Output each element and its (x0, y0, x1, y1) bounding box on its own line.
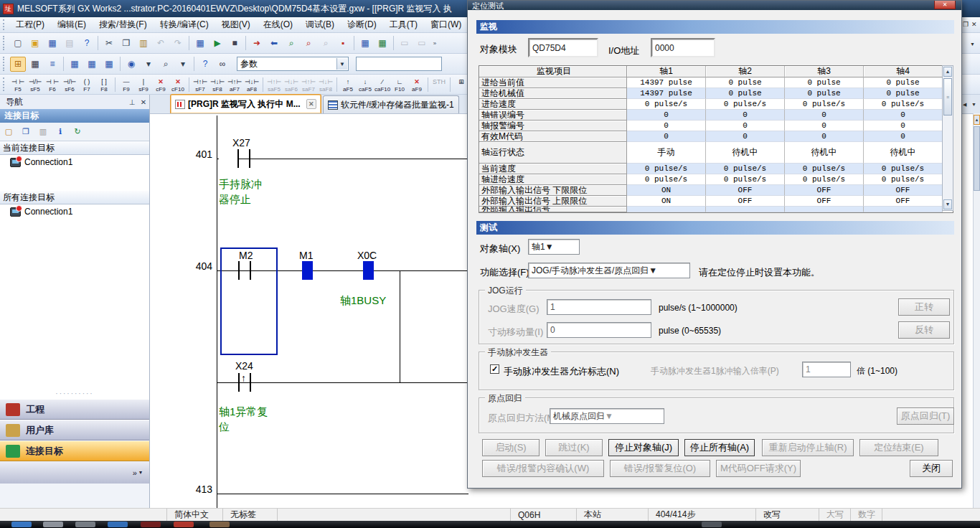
menu-item-4[interactable]: 转换/编译(C) (154, 17, 215, 32)
document-tab-1[interactable]: [PRG]R 监视写入 执行中 M...✕ (170, 94, 321, 113)
ladder-symbol-F9-button[interactable]: —F9 (118, 76, 135, 93)
help-bulb-icon[interactable]: ? (197, 57, 213, 72)
dialog-button-重新启动停止轴(R)[interactable]: 重新启动停止轴(R) (762, 439, 854, 456)
nav-mode-用户库[interactable]: 用户库 (0, 420, 149, 440)
paste-icon[interactable]: ▥ (136, 36, 151, 51)
taskbar-item-1[interactable] (43, 522, 63, 527)
reverse-run-button[interactable]: 反转 (898, 321, 950, 339)
nav-expander[interactable]: » ▾ (0, 461, 149, 484)
verify-dim-icon[interactable]: ⌕ (318, 36, 334, 51)
dialog-button-错误/报警复位(O)[interactable]: 错误/报警复位(O) (610, 460, 710, 477)
write-to-plc-icon[interactable]: ➜ (249, 36, 265, 51)
paste-connection-icon[interactable]: ▥ (36, 126, 50, 138)
device-memory-icon[interactable]: ▦ (374, 36, 390, 51)
dropdown-b-icon[interactable]: ▾ (175, 57, 191, 72)
menu-item-10[interactable]: 窗口(W) (424, 17, 468, 32)
combo-arrow-icon[interactable]: ▼ (605, 411, 613, 421)
chevron-down-icon[interactable]: ▼ (336, 58, 347, 70)
read-from-plc-icon[interactable]: ⬅ (266, 36, 282, 51)
dialog-button-停止所有轴(A)[interactable]: 停止所有轴(A) (684, 439, 755, 456)
dialog-button-定位结束(E)[interactable]: 定位结束(E) (859, 439, 938, 456)
menu-item-8[interactable]: 诊断(D) (341, 17, 383, 32)
ladder-symbol-aF5-button[interactable]: ↑aF5 (339, 76, 357, 93)
find-binocular-icon[interactable]: ∞ (215, 57, 230, 72)
connection-item-current[interactable]: Connection1 (0, 155, 149, 169)
toolbar-overflow-arrow-icon[interactable]: ▼ (970, 42, 975, 47)
device-comment-icon[interactable]: ▦ (357, 36, 373, 51)
secondary-combo[interactable] (356, 57, 442, 71)
ladder-symbol-sF8-button[interactable]: ⊣↓⊢sF8 (209, 76, 226, 93)
start-orb[interactable] (11, 522, 32, 527)
device-monitor-icon[interactable]: ▦ (192, 36, 208, 51)
splitter-grip[interactable]: ·········· (0, 390, 149, 397)
ladder-symbol-F8-button[interactable]: [ ]F8 (95, 76, 113, 93)
ladder-symbol-F6-button[interactable]: ⊣ ⊢F6 (44, 76, 61, 93)
ladder-symbol-sF9-button[interactable]: |sF9 (135, 76, 152, 93)
dialog-button-启动(S)[interactable]: 启动(S) (482, 439, 540, 456)
ladder-symbol-caF5-button[interactable]: ↓caF5 (357, 76, 374, 93)
device-grid-2-icon[interactable]: ▦ (84, 57, 100, 72)
combo-arrow-icon[interactable]: ▼ (545, 242, 554, 252)
mpg-rate-input[interactable]: 1 (802, 362, 851, 377)
device-grid-3-icon[interactable]: ▦ (101, 57, 117, 72)
editor-vertical-scrollbar[interactable]: ▲ (973, 113, 980, 508)
redo-icon[interactable]: ↷ (170, 36, 186, 51)
close-icon[interactable]: ✕ (138, 98, 149, 106)
ladder-symbol-cF9-button[interactable]: ✕cF9 (152, 76, 169, 93)
forward-run-button[interactable]: 正转 (898, 298, 950, 316)
copy-connection-icon[interactable]: ❐ (19, 126, 33, 138)
dialog-button-关闭[interactable]: 关闭 (910, 460, 953, 477)
menu-item-3[interactable]: 搜索/替换(F) (93, 17, 154, 32)
remote-op-icon[interactable]: ▪ (335, 36, 351, 51)
table-scroll-down-icon[interactable]: ▼ (943, 199, 952, 209)
menu-item-7[interactable]: 调试(B) (299, 17, 341, 32)
pin-icon[interactable]: ⊥ (126, 98, 138, 106)
ladder-symbol-sF5-button[interactable]: ⊣/⊢sF5 (27, 76, 44, 93)
new-project-icon[interactable]: ▢ (10, 36, 26, 51)
dropdown-a-icon[interactable]: ▾ (141, 57, 156, 72)
tab-scroll-left-icon[interactable]: ◀ (963, 102, 966, 108)
taskbar-item-3[interactable] (108, 522, 128, 527)
parameter-combo[interactable]: 参数▼ (237, 57, 349, 71)
target-axis-combo[interactable]: 轴1 ▼ (528, 239, 580, 255)
table-scroll-up-icon[interactable]: ▲ (943, 67, 952, 77)
monitor-table-scrollbar[interactable]: ▲ ≡ ▼ (942, 65, 953, 211)
ladder-symbol-cF10-button[interactable]: ✕cF10 (169, 76, 187, 93)
list-view-icon[interactable]: ≡ (44, 57, 60, 72)
new-connection-icon[interactable]: ▢ (1, 126, 16, 138)
ladder-symbol-sF6-button[interactable]: ⊣/⊢sF6 (61, 76, 78, 93)
scrollbar-thumb[interactable] (974, 126, 980, 191)
connection-info-icon[interactable]: ℹ (53, 126, 67, 138)
ladder-symbol-aF7-button[interactable]: ⊣↑⊢aF7 (226, 76, 243, 93)
nav-mode-工程[interactable]: 工程 (0, 399, 149, 420)
jog-speed-input[interactable]: 1 (547, 299, 651, 315)
menu-item-9[interactable]: 工具(T) (383, 17, 424, 32)
mdi-restore-icon[interactable]: ❐ (963, 21, 969, 31)
dialog-button-跳过(K)[interactable]: 跳过(K) (545, 439, 603, 456)
dialog-button-停止对象轴(J)[interactable]: 停止对象轴(J) (608, 439, 679, 456)
ladder-symbol-saF5-button[interactable]: ⊣↑⊢saF5 (265, 76, 283, 93)
combo-arrow-icon[interactable]: ▼ (649, 265, 657, 275)
taskbar-item-5[interactable] (174, 522, 194, 527)
document-tab-2[interactable]: 软元件/缓冲存储器批量监视-1 (323, 95, 459, 113)
ladder-symbol-saF8-button[interactable]: ⊣↓⊢saF8 (317, 76, 334, 93)
ladder-symbol-saF7-button[interactable]: ⊣↑⊢saF7 (300, 76, 317, 93)
open-project-icon[interactable]: ▣ (27, 36, 43, 51)
connection-item-all[interactable]: Connection1 (0, 204, 149, 219)
ladder-symbol-aF8-button[interactable]: ⊣↓⊢aF8 (243, 76, 260, 93)
opr-start-button[interactable]: 原点回归(T) (897, 407, 954, 425)
save-project-icon[interactable]: ▦ (44, 36, 60, 51)
device-display-icon[interactable]: ◉ (123, 57, 139, 72)
opr-method-combo[interactable]: 机械原点回归 ▼ (550, 408, 664, 424)
print-icon[interactable]: ▤ (62, 36, 77, 51)
note-icon[interactable]: ▭ (414, 36, 430, 51)
inching-amount-input[interactable]: 0 (547, 322, 651, 338)
menu-item-1[interactable]: 工程(P) (9, 17, 51, 32)
ladder-symbol-F7-button[interactable]: ( )F7 (78, 76, 95, 93)
taskbar-item-7[interactable] (702, 522, 722, 527)
help-icon[interactable]: ? (79, 36, 95, 51)
function-select-combo[interactable]: JOG/手动脉冲发生器/原点回归 ▼ (528, 263, 690, 278)
ladder-symbol-aF9-button[interactable]: ✕aF9 (408, 76, 425, 93)
mpg-enable-checkbox[interactable]: ✓ (490, 364, 499, 374)
ladder-symbol-F5-button[interactable]: ⊣ ⊢F5 (9, 76, 27, 93)
